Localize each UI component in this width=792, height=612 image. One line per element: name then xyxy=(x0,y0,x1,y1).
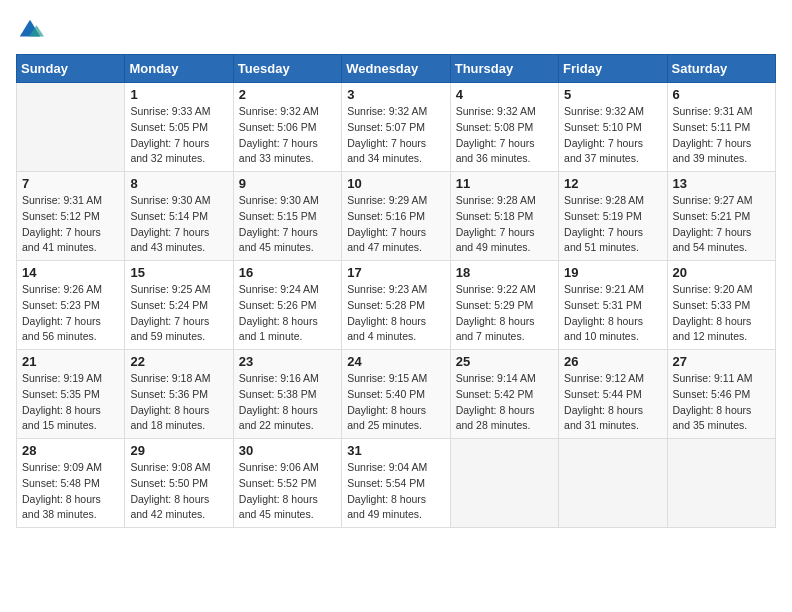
weekday-header-friday: Friday xyxy=(559,55,667,83)
day-number: 31 xyxy=(347,443,444,458)
day-number: 24 xyxy=(347,354,444,369)
weekday-header-monday: Monday xyxy=(125,55,233,83)
day-info: Sunrise: 9:18 AMSunset: 5:36 PMDaylight:… xyxy=(130,371,227,434)
day-info: Sunrise: 9:23 AMSunset: 5:28 PMDaylight:… xyxy=(347,282,444,345)
weekday-header-sunday: Sunday xyxy=(17,55,125,83)
day-number: 18 xyxy=(456,265,553,280)
day-number: 2 xyxy=(239,87,336,102)
calendar-cell: 28Sunrise: 9:09 AMSunset: 5:48 PMDayligh… xyxy=(17,439,125,528)
day-info: Sunrise: 9:22 AMSunset: 5:29 PMDaylight:… xyxy=(456,282,553,345)
day-number: 1 xyxy=(130,87,227,102)
calendar-cell: 4Sunrise: 9:32 AMSunset: 5:08 PMDaylight… xyxy=(450,83,558,172)
day-info: Sunrise: 9:28 AMSunset: 5:19 PMDaylight:… xyxy=(564,193,661,256)
calendar-cell: 3Sunrise: 9:32 AMSunset: 5:07 PMDaylight… xyxy=(342,83,450,172)
day-info: Sunrise: 9:24 AMSunset: 5:26 PMDaylight:… xyxy=(239,282,336,345)
calendar-cell: 2Sunrise: 9:32 AMSunset: 5:06 PMDaylight… xyxy=(233,83,341,172)
day-info: Sunrise: 9:32 AMSunset: 5:07 PMDaylight:… xyxy=(347,104,444,167)
day-number: 11 xyxy=(456,176,553,191)
calendar-cell: 13Sunrise: 9:27 AMSunset: 5:21 PMDayligh… xyxy=(667,172,775,261)
weekday-header-wednesday: Wednesday xyxy=(342,55,450,83)
calendar-cell xyxy=(450,439,558,528)
calendar-cell: 29Sunrise: 9:08 AMSunset: 5:50 PMDayligh… xyxy=(125,439,233,528)
day-info: Sunrise: 9:04 AMSunset: 5:54 PMDaylight:… xyxy=(347,460,444,523)
calendar-cell: 17Sunrise: 9:23 AMSunset: 5:28 PMDayligh… xyxy=(342,261,450,350)
day-number: 17 xyxy=(347,265,444,280)
day-info: Sunrise: 9:33 AMSunset: 5:05 PMDaylight:… xyxy=(130,104,227,167)
calendar-cell: 21Sunrise: 9:19 AMSunset: 5:35 PMDayligh… xyxy=(17,350,125,439)
day-number: 19 xyxy=(564,265,661,280)
day-number: 30 xyxy=(239,443,336,458)
calendar-cell: 12Sunrise: 9:28 AMSunset: 5:19 PMDayligh… xyxy=(559,172,667,261)
calendar-cell xyxy=(559,439,667,528)
calendar-cell: 15Sunrise: 9:25 AMSunset: 5:24 PMDayligh… xyxy=(125,261,233,350)
day-number: 20 xyxy=(673,265,770,280)
day-info: Sunrise: 9:16 AMSunset: 5:38 PMDaylight:… xyxy=(239,371,336,434)
day-info: Sunrise: 9:26 AMSunset: 5:23 PMDaylight:… xyxy=(22,282,119,345)
day-number: 3 xyxy=(347,87,444,102)
day-info: Sunrise: 9:29 AMSunset: 5:16 PMDaylight:… xyxy=(347,193,444,256)
day-info: Sunrise: 9:30 AMSunset: 5:15 PMDaylight:… xyxy=(239,193,336,256)
calendar-cell: 9Sunrise: 9:30 AMSunset: 5:15 PMDaylight… xyxy=(233,172,341,261)
calendar-cell: 20Sunrise: 9:20 AMSunset: 5:33 PMDayligh… xyxy=(667,261,775,350)
day-info: Sunrise: 9:09 AMSunset: 5:48 PMDaylight:… xyxy=(22,460,119,523)
day-number: 8 xyxy=(130,176,227,191)
week-row-5: 28Sunrise: 9:09 AMSunset: 5:48 PMDayligh… xyxy=(17,439,776,528)
page-header xyxy=(16,16,776,44)
calendar-cell: 19Sunrise: 9:21 AMSunset: 5:31 PMDayligh… xyxy=(559,261,667,350)
day-info: Sunrise: 9:25 AMSunset: 5:24 PMDaylight:… xyxy=(130,282,227,345)
day-info: Sunrise: 9:21 AMSunset: 5:31 PMDaylight:… xyxy=(564,282,661,345)
day-info: Sunrise: 9:15 AMSunset: 5:40 PMDaylight:… xyxy=(347,371,444,434)
weekday-header-thursday: Thursday xyxy=(450,55,558,83)
calendar-cell: 7Sunrise: 9:31 AMSunset: 5:12 PMDaylight… xyxy=(17,172,125,261)
day-number: 12 xyxy=(564,176,661,191)
calendar-cell: 25Sunrise: 9:14 AMSunset: 5:42 PMDayligh… xyxy=(450,350,558,439)
day-info: Sunrise: 9:31 AMSunset: 5:11 PMDaylight:… xyxy=(673,104,770,167)
calendar-cell: 23Sunrise: 9:16 AMSunset: 5:38 PMDayligh… xyxy=(233,350,341,439)
day-info: Sunrise: 9:31 AMSunset: 5:12 PMDaylight:… xyxy=(22,193,119,256)
day-number: 9 xyxy=(239,176,336,191)
weekday-header-saturday: Saturday xyxy=(667,55,775,83)
day-info: Sunrise: 9:32 AMSunset: 5:06 PMDaylight:… xyxy=(239,104,336,167)
calendar-cell: 6Sunrise: 9:31 AMSunset: 5:11 PMDaylight… xyxy=(667,83,775,172)
day-info: Sunrise: 9:08 AMSunset: 5:50 PMDaylight:… xyxy=(130,460,227,523)
calendar-cell: 26Sunrise: 9:12 AMSunset: 5:44 PMDayligh… xyxy=(559,350,667,439)
calendar-cell: 5Sunrise: 9:32 AMSunset: 5:10 PMDaylight… xyxy=(559,83,667,172)
day-number: 27 xyxy=(673,354,770,369)
calendar-cell: 16Sunrise: 9:24 AMSunset: 5:26 PMDayligh… xyxy=(233,261,341,350)
calendar-cell xyxy=(667,439,775,528)
week-row-4: 21Sunrise: 9:19 AMSunset: 5:35 PMDayligh… xyxy=(17,350,776,439)
day-info: Sunrise: 9:32 AMSunset: 5:10 PMDaylight:… xyxy=(564,104,661,167)
day-number: 4 xyxy=(456,87,553,102)
day-number: 23 xyxy=(239,354,336,369)
day-info: Sunrise: 9:14 AMSunset: 5:42 PMDaylight:… xyxy=(456,371,553,434)
calendar-cell: 14Sunrise: 9:26 AMSunset: 5:23 PMDayligh… xyxy=(17,261,125,350)
day-info: Sunrise: 9:20 AMSunset: 5:33 PMDaylight:… xyxy=(673,282,770,345)
logo xyxy=(16,16,48,44)
day-number: 7 xyxy=(22,176,119,191)
calendar-cell: 22Sunrise: 9:18 AMSunset: 5:36 PMDayligh… xyxy=(125,350,233,439)
day-number: 6 xyxy=(673,87,770,102)
day-number: 10 xyxy=(347,176,444,191)
calendar-cell: 10Sunrise: 9:29 AMSunset: 5:16 PMDayligh… xyxy=(342,172,450,261)
day-number: 28 xyxy=(22,443,119,458)
day-info: Sunrise: 9:19 AMSunset: 5:35 PMDaylight:… xyxy=(22,371,119,434)
day-info: Sunrise: 9:30 AMSunset: 5:14 PMDaylight:… xyxy=(130,193,227,256)
day-number: 14 xyxy=(22,265,119,280)
day-number: 16 xyxy=(239,265,336,280)
calendar-cell: 11Sunrise: 9:28 AMSunset: 5:18 PMDayligh… xyxy=(450,172,558,261)
week-row-2: 7Sunrise: 9:31 AMSunset: 5:12 PMDaylight… xyxy=(17,172,776,261)
day-number: 21 xyxy=(22,354,119,369)
weekday-header-row: SundayMondayTuesdayWednesdayThursdayFrid… xyxy=(17,55,776,83)
day-info: Sunrise: 9:32 AMSunset: 5:08 PMDaylight:… xyxy=(456,104,553,167)
day-number: 26 xyxy=(564,354,661,369)
calendar-cell: 27Sunrise: 9:11 AMSunset: 5:46 PMDayligh… xyxy=(667,350,775,439)
calendar-cell: 8Sunrise: 9:30 AMSunset: 5:14 PMDaylight… xyxy=(125,172,233,261)
day-info: Sunrise: 9:27 AMSunset: 5:21 PMDaylight:… xyxy=(673,193,770,256)
day-number: 5 xyxy=(564,87,661,102)
day-number: 13 xyxy=(673,176,770,191)
day-info: Sunrise: 9:06 AMSunset: 5:52 PMDaylight:… xyxy=(239,460,336,523)
calendar-cell: 24Sunrise: 9:15 AMSunset: 5:40 PMDayligh… xyxy=(342,350,450,439)
day-number: 15 xyxy=(130,265,227,280)
day-info: Sunrise: 9:28 AMSunset: 5:18 PMDaylight:… xyxy=(456,193,553,256)
day-number: 22 xyxy=(130,354,227,369)
